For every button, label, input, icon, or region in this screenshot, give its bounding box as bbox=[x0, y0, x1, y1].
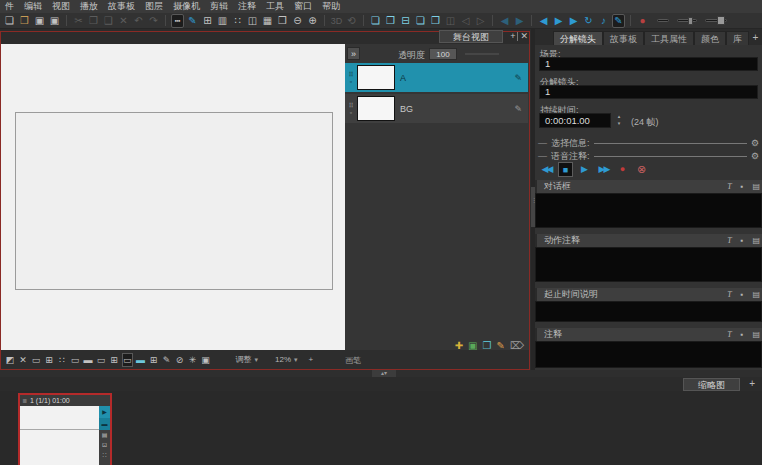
caption-menu-icon[interactable]: ▤ bbox=[752, 236, 760, 245]
rewind-button[interactable]: ◀◀ bbox=[539, 162, 554, 177]
menu-file[interactable]: 件 bbox=[0, 0, 19, 13]
caption-text-slugging[interactable] bbox=[535, 301, 762, 322]
play-through-icon[interactable]: ▶ bbox=[552, 14, 565, 28]
jump-first-icon[interactable]: ◀ bbox=[498, 14, 511, 28]
play-button[interactable]: ▶ bbox=[577, 162, 592, 177]
zoom-level-dropdown[interactable]: 12% bbox=[275, 355, 291, 364]
expand-caption-icon[interactable]: ▪ bbox=[741, 236, 744, 245]
sound-icon[interactable]: ♪ bbox=[597, 14, 610, 28]
camera-mask-icon[interactable]: ▭ bbox=[122, 353, 133, 367]
caption-menu-icon[interactable]: ▤ bbox=[752, 330, 760, 339]
pen-tool-icon[interactable]: ✎ bbox=[186, 14, 199, 28]
feather-slider[interactable] bbox=[677, 19, 697, 22]
sound-scrub-icon[interactable]: ✎ bbox=[612, 14, 625, 28]
menu-layer[interactable]: 图层 bbox=[140, 0, 168, 13]
list-view-icon[interactable]: ∷ bbox=[231, 14, 244, 28]
new-panel-icon[interactable]: ❏ bbox=[369, 14, 382, 28]
tab-tool-properties[interactable]: 工具属性 bbox=[644, 31, 694, 45]
scene-field[interactable]: 1 bbox=[539, 57, 758, 71]
horizontal-splitter[interactable]: ▴▾ bbox=[0, 370, 762, 377]
drag-handle-icon[interactable]: ≣ bbox=[22, 397, 27, 404]
spin-down-icon[interactable]: ▾ bbox=[615, 120, 623, 127]
zoom-in-icon[interactable]: ⊕ bbox=[306, 14, 319, 28]
save-icon[interactable]: ▣ bbox=[33, 14, 46, 28]
play-backward-icon[interactable]: ◀ bbox=[537, 14, 550, 28]
duration-field[interactable]: 0:00:01.00 bbox=[539, 113, 611, 128]
table-view-icon[interactable]: ▦ bbox=[261, 14, 274, 28]
paste-icon[interactable]: ❑ bbox=[102, 14, 115, 28]
text-format-icon[interactable]: T bbox=[727, 236, 731, 245]
gear-icon[interactable]: ⚙ bbox=[751, 151, 759, 161]
menu-view[interactable]: 视图 bbox=[47, 0, 75, 13]
duplicate-panel-icon[interactable]: ❐ bbox=[384, 14, 397, 28]
layer-row-a[interactable]: ⠿▫ A ✎ bbox=[345, 63, 528, 92]
next-break-icon[interactable]: ▷ bbox=[474, 14, 487, 28]
panel-field[interactable]: 1 bbox=[539, 85, 758, 99]
delete-panel-icon[interactable]: ⊟ bbox=[399, 14, 412, 28]
layer-drag-handle-icon[interactable]: ⠿▫ bbox=[345, 102, 357, 116]
camera-info-icon[interactable]: ⊡ bbox=[99, 440, 110, 450]
collapse-layers-icon[interactable]: » bbox=[347, 47, 360, 60]
expand-caption-icon[interactable]: ▪ bbox=[741, 330, 744, 339]
add-panel-view-icon[interactable]: ◫ bbox=[246, 14, 259, 28]
delete-recording-button[interactable]: ⊗ bbox=[634, 162, 649, 177]
caption-menu-icon[interactable]: ▤ bbox=[752, 182, 760, 191]
chevron-down-icon[interactable]: ▾ bbox=[255, 356, 259, 364]
text-format-icon[interactable]: T bbox=[727, 330, 731, 339]
record-button[interactable]: ● bbox=[615, 162, 630, 177]
add-frame-icon[interactable]: ⊞ bbox=[149, 354, 159, 366]
new-project-icon[interactable]: ❏ bbox=[3, 14, 16, 28]
volume-slider[interactable] bbox=[705, 19, 727, 22]
zoom-out-icon[interactable]: ⊖ bbox=[291, 14, 304, 28]
layers-list-icon[interactable]: ▤ bbox=[99, 430, 110, 440]
layer-solo-icon[interactable]: ◩ bbox=[5, 354, 15, 366]
grid2-icon[interactable]: ⊞ bbox=[109, 354, 119, 366]
add-tab-icon[interactable]: + bbox=[749, 31, 762, 45]
copy-icon[interactable]: ❐ bbox=[87, 14, 100, 28]
fast-forward-button[interactable]: ▶▶ bbox=[596, 162, 611, 177]
collapse-indicator-icon[interactable]: — bbox=[538, 138, 547, 148]
expand-caption-icon[interactable]: ▪ bbox=[741, 290, 744, 299]
layer-drag-handle-icon[interactable]: ⠿▫ bbox=[345, 71, 357, 85]
tab-panel-breakdown[interactable]: 分解镜头 bbox=[553, 31, 603, 45]
menu-window[interactable]: 窗口 bbox=[289, 0, 317, 13]
caption-menu-icon[interactable]: ▤ bbox=[752, 290, 760, 299]
zoom-plus-button[interactable]: + bbox=[309, 355, 314, 364]
tab-storyboard[interactable]: 故事板 bbox=[603, 31, 644, 45]
splitter-handle-icon[interactable]: ▴▾ bbox=[372, 370, 396, 377]
grid-view-icon[interactable]: ⊞ bbox=[201, 14, 214, 28]
overlay-icon[interactable]: ▬ bbox=[136, 354, 146, 366]
frame-view-icon[interactable]: ▭ bbox=[96, 354, 106, 366]
dots-icon[interactable]: ∷ bbox=[57, 354, 67, 366]
menu-captions[interactable]: 注释 bbox=[233, 0, 261, 13]
3d-orbit-icon[interactable]: ⟲ bbox=[345, 14, 358, 28]
lock-icon[interactable]: ▣ bbox=[201, 354, 211, 366]
open-project-icon[interactable]: ❒ bbox=[18, 14, 31, 28]
import-panel-icon[interactable]: ❐ bbox=[429, 14, 442, 28]
pen-size-slider[interactable] bbox=[657, 19, 669, 22]
show-frame-icon[interactable]: ▭ bbox=[31, 354, 41, 366]
menu-clips[interactable]: 剪辑 bbox=[205, 0, 233, 13]
cut-icon[interactable]: ✂ bbox=[72, 14, 85, 28]
pencil-icon[interactable]: ✎ bbox=[162, 354, 172, 366]
view-mode-dropdown[interactable]: 调整 bbox=[236, 354, 252, 365]
frame-view-icon[interactable]: ❒ bbox=[276, 14, 289, 28]
text-format-icon[interactable]: T bbox=[727, 290, 731, 299]
caption-text-action-notes[interactable] bbox=[535, 247, 762, 282]
3d-toggle-icon[interactable]: 3D bbox=[330, 14, 343, 28]
columns-view-icon[interactable]: ▥ bbox=[216, 14, 229, 28]
tab-colour[interactable]: 颜色 bbox=[694, 31, 726, 45]
clear-icon[interactable]: ✕ bbox=[18, 354, 28, 366]
prev-break-icon[interactable]: ◁ bbox=[459, 14, 472, 28]
opacity-slider[interactable] bbox=[465, 53, 499, 55]
layer-edit-icon[interactable]: ✎ bbox=[514, 73, 522, 83]
menu-play[interactable]: 播放 bbox=[75, 0, 103, 13]
safe-area-icon[interactable]: ▭ bbox=[70, 354, 80, 366]
caption-text-notes[interactable] bbox=[535, 341, 762, 368]
new-scene-icon[interactable]: ❏ bbox=[414, 14, 427, 28]
redo-icon[interactable]: ↷ bbox=[147, 14, 160, 28]
loop-icon[interactable]: ↻ bbox=[582, 14, 595, 28]
add-tab-icon[interactable]: + bbox=[749, 378, 755, 389]
panel-options-icon[interactable]: ▬ bbox=[99, 418, 110, 430]
chevron-down-icon[interactable]: ▾ bbox=[294, 356, 298, 364]
